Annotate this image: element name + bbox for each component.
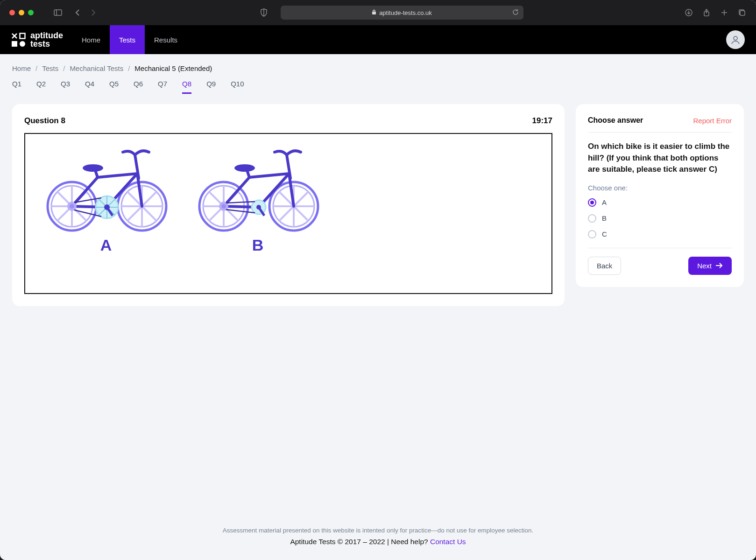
tab-q5[interactable]: Q5 [109, 80, 119, 94]
choose-one-label: Choose one: [588, 184, 732, 192]
breadcrumb-tests[interactable]: Tests [42, 64, 58, 72]
forward-icon[interactable] [89, 8, 98, 17]
tab-q8[interactable]: Q8 [182, 80, 191, 94]
lock-icon [372, 9, 376, 16]
tab-q9[interactable]: Q9 [206, 80, 216, 94]
nav-home[interactable]: Home [72, 25, 110, 54]
svg-point-16 [734, 36, 737, 40]
svg-point-15 [20, 41, 25, 47]
question-figure: A [24, 133, 552, 294]
option-a[interactable]: A [588, 198, 732, 207]
svg-rect-13 [20, 33, 25, 38]
answer-card: Choose answer Report Error On which bike… [576, 104, 744, 287]
close-window-icon[interactable] [9, 10, 15, 15]
svg-text:B: B [252, 236, 264, 254]
svg-rect-3 [372, 12, 376, 14]
svg-rect-10 [740, 11, 745, 15]
tab-q7[interactable]: Q7 [158, 80, 167, 94]
answer-panel-title: Choose answer [588, 116, 643, 125]
avatar[interactable] [726, 30, 745, 49]
svg-line-51 [226, 202, 255, 203]
tabs-overview-icon[interactable] [737, 8, 747, 17]
contact-link[interactable]: Contact Us [430, 538, 466, 546]
question-label: Question 8 [24, 116, 65, 126]
tab-q4[interactable]: Q4 [85, 80, 94, 94]
url-text: aptitude-tests.co.uk [379, 9, 432, 16]
privacy-shield-icon[interactable] [259, 8, 268, 17]
breadcrumb-current: Mechanical 5 (Extended) [134, 64, 212, 72]
share-icon[interactable] [702, 8, 711, 17]
reload-icon[interactable] [512, 9, 519, 17]
sidebar-toggle-icon[interactable] [53, 8, 63, 17]
tab-q1[interactable]: Q1 [12, 80, 21, 94]
nav-tests[interactable]: Tests [110, 25, 145, 54]
nav-results[interactable]: Results [145, 25, 187, 54]
svg-rect-0 [54, 10, 62, 15]
tab-q2[interactable]: Q2 [36, 80, 46, 94]
page-content: Home / Tests / Mechanical Tests / Mechan… [0, 54, 756, 560]
tab-q3[interactable]: Q3 [61, 80, 70, 94]
brand-logo-text: aptitude tests [30, 31, 63, 48]
breadcrumb: Home / Tests / Mechanical Tests / Mechan… [12, 64, 744, 72]
svg-rect-14 [12, 41, 17, 47]
svg-text:A: A [100, 236, 112, 254]
report-error-link[interactable]: Report Error [693, 117, 732, 125]
browser-chrome: aptitude-tests.co.uk [0, 0, 756, 25]
maximize-window-icon[interactable] [28, 10, 34, 15]
tab-q6[interactable]: Q6 [134, 80, 143, 94]
footer-copyright: Aptitude Tests © 2017 – 2022 | Need help… [290, 538, 430, 546]
brand-logo[interactable]: aptitude tests [11, 25, 72, 54]
page-footer: Assessment material presented on this we… [12, 508, 744, 546]
breadcrumb-home[interactable]: Home [12, 64, 31, 72]
question-text: On which bike is it easier to climb the … [588, 141, 732, 175]
breadcrumb-mechanical[interactable]: Mechanical Tests [70, 64, 123, 72]
downloads-icon[interactable] [684, 8, 693, 17]
site-navbar: aptitude tests Home Tests Results [0, 25, 756, 54]
option-c[interactable]: C [588, 230, 732, 238]
question-tabs: Q1 Q2 Q3 Q4 Q5 Q6 Q7 Q8 Q9 Q10 [12, 80, 744, 94]
arrow-right-icon [715, 263, 723, 268]
site-nav: Home Tests Results [72, 25, 187, 54]
radio-icon [588, 230, 596, 238]
next-button[interactable]: Next [688, 257, 732, 275]
question-card: Question 8 19:17 [12, 104, 565, 306]
new-tab-icon[interactable] [720, 8, 729, 17]
back-icon[interactable] [73, 8, 82, 17]
url-bar[interactable]: aptitude-tests.co.uk [281, 6, 523, 20]
radio-icon [588, 214, 596, 223]
footer-disclaimer: Assessment material presented on this we… [12, 527, 744, 534]
traffic-lights [9, 10, 34, 15]
options-group: A B C [588, 198, 732, 238]
tab-q10[interactable]: Q10 [231, 80, 244, 94]
minimize-window-icon[interactable] [19, 10, 24, 15]
back-button[interactable]: Back [588, 257, 621, 275]
option-b[interactable]: B [588, 214, 732, 223]
person-icon [730, 35, 741, 45]
radio-icon [588, 198, 596, 207]
timer: 19:17 [532, 116, 552, 126]
brand-logo-icon [11, 33, 26, 47]
